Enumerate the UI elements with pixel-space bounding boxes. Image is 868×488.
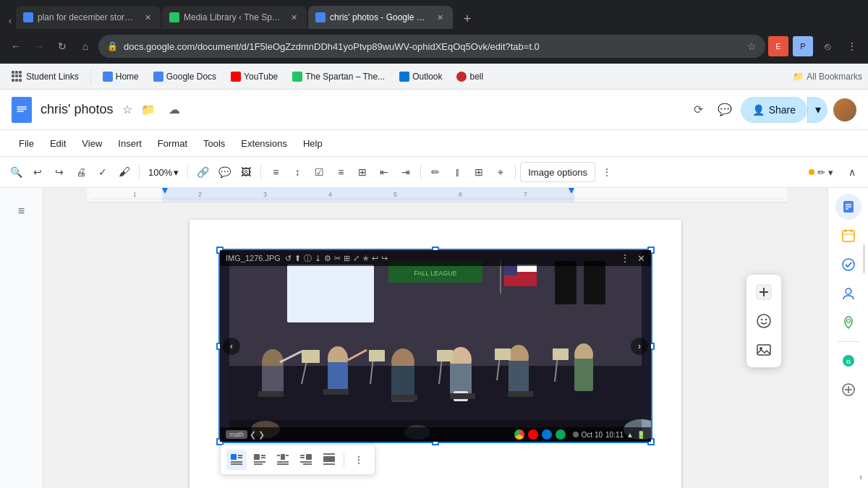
bookmark-star-icon[interactable]: ☆ <box>747 40 757 52</box>
toolbar-table-button[interactable]: ⊞ <box>469 162 489 182</box>
float-add-button[interactable] <box>751 279 777 305</box>
float-image-button[interactable] <box>751 337 777 363</box>
align-wrap-right-button[interactable] <box>296 450 316 470</box>
toolbar-search-button[interactable]: 🔍 <box>6 162 26 182</box>
extensions-icon[interactable]: E <box>768 36 788 56</box>
sidebar-right-docs-icon[interactable] <box>835 194 861 220</box>
menu-file[interactable]: File <box>12 135 41 152</box>
image-menu-button[interactable]: ⋮ <box>620 252 630 264</box>
sidebar-right-calendar-icon[interactable] <box>835 223 861 249</box>
image-nav-left-button[interactable]: ‹ <box>223 338 240 355</box>
toolbar-spellcheck-button[interactable]: ✓ <box>93 162 113 182</box>
tab-scroll-left[interactable]: ‹ <box>4 13 16 29</box>
bookmark-youtube[interactable]: YouTube <box>225 69 284 85</box>
align-more-button[interactable]: ⋮ <box>349 450 369 470</box>
menu-view[interactable]: View <box>75 135 109 152</box>
toolbar-indent-increase-button[interactable]: ⇥ <box>396 162 416 182</box>
toolbar-numberedlist-button[interactable]: ⊞ <box>352 162 373 182</box>
tab-3[interactable]: chris' photos - Google Docs ✕ <box>308 6 453 29</box>
bookmark-home[interactable]: Home <box>97 69 145 85</box>
share-page-icon[interactable]: ⎋ <box>817 36 838 56</box>
forward-button[interactable]: → <box>29 36 49 56</box>
sidebar-right-maps-icon[interactable] <box>835 309 861 335</box>
toolbar-undo-button[interactable]: ↩ <box>27 162 48 182</box>
new-tab-button[interactable]: + <box>457 9 477 29</box>
comments-button[interactable]: 💬 <box>715 100 735 120</box>
bookmark-bell[interactable]: bell <box>451 69 489 85</box>
image-redo-icon[interactable]: ↪ <box>381 254 388 263</box>
align-wrap-left-button[interactable] <box>250 450 270 470</box>
doc-canvas-area[interactable]: 1 2 3 4 5 6 7 <box>43 188 827 488</box>
tab-1-close[interactable]: ✕ <box>142 12 153 23</box>
menu-help[interactable]: Help <box>296 135 330 152</box>
home-button[interactable]: ⌂ <box>75 36 95 56</box>
toolbar-indent-decrease-button[interactable]: ⇤ <box>374 162 394 182</box>
toolbar-bulletlist-button[interactable]: ≡ <box>331 162 351 182</box>
image-share-icon[interactable]: ⬆ <box>294 254 301 263</box>
image-options-button[interactable]: Image options <box>520 162 595 182</box>
image-info-icon[interactable]: ⓘ <box>304 253 312 264</box>
align-full-break-button[interactable] <box>319 450 339 470</box>
image-layers-icon[interactable]: ⊞ <box>344 254 350 263</box>
image-settings-icon[interactable]: ⚙ <box>324 254 331 263</box>
toolbar-more-button[interactable]: ⋮ <box>597 162 617 182</box>
toolbar-paintformat-button[interactable]: 🖌 <box>114 162 135 182</box>
image-fullscreen-icon[interactable]: ⤢ <box>353 254 359 263</box>
docs-cloud-icon[interactable]: ☁ <box>164 100 184 120</box>
image-container[interactable]: IMG_1276.JPG ↺ ⬆ ⓘ ⤓ ⚙ ✂ ⊞ ⤢ ✭ <box>218 249 652 443</box>
toolbar-redo-button[interactable]: ↪ <box>49 162 69 182</box>
image-nav-right-button[interactable]: › <box>631 338 648 355</box>
menu-edit[interactable]: Edit <box>43 135 73 152</box>
image-star-icon[interactable]: ✭ <box>362 254 369 263</box>
menu-extensions[interactable]: Extensions <box>234 135 294 152</box>
sidebar-expand-button[interactable]: › <box>859 472 862 482</box>
menu-format[interactable]: Format <box>150 135 195 152</box>
share-dropdown-button[interactable]: ▾ <box>807 97 827 123</box>
toolbar-print-button[interactable]: 🖨 <box>71 162 91 182</box>
image-crop-icon[interactable]: ✂ <box>334 254 341 263</box>
back-button[interactable]: ← <box>6 36 26 56</box>
reload-button[interactable]: ↻ <box>52 36 72 56</box>
image-prev-button[interactable]: ❮ <box>250 430 256 440</box>
share-button[interactable]: 👤 Share <box>741 97 807 123</box>
docs-folder-icon[interactable]: 📁 <box>138 100 158 120</box>
docs-star-button[interactable]: ☆ <box>122 103 132 116</box>
bookmark-spartan[interactable]: The Spartan – The... <box>286 69 391 85</box>
image-rotate-icon[interactable]: ↺ <box>285 254 292 263</box>
sidebar-right-tasks-icon[interactable] <box>835 252 861 278</box>
sidebar-right-grammarly-icon[interactable]: G <box>835 348 861 374</box>
toolbar-zoom-control[interactable]: 100% ▾ <box>144 162 183 182</box>
more-menu-icon[interactable]: ⋮ <box>842 36 862 56</box>
toolbar-collapse-button[interactable]: ∧ <box>842 162 862 182</box>
float-emoji-button[interactable] <box>751 308 777 334</box>
history-button[interactable]: ⟳ <box>689 100 709 120</box>
align-inline-button[interactable] <box>226 450 247 470</box>
toolbar-align-button[interactable]: ≡ <box>265 162 286 182</box>
menu-insert[interactable]: Insert <box>111 135 149 152</box>
toolbar-columns-button[interactable]: ⫿ <box>447 162 467 182</box>
image-download-icon[interactable]: ⤓ <box>315 254 321 263</box>
bookmark-outlook[interactable]: Outlook <box>393 69 448 85</box>
toolbar-format-button[interactable]: ✏ <box>425 162 446 182</box>
toolbar-crop-button[interactable]: ⌖ <box>490 162 511 182</box>
image-close-button[interactable]: ✕ <box>637 253 645 264</box>
sidebar-outline-icon[interactable]: ≡ <box>10 200 33 223</box>
align-break-text-button[interactable] <box>273 450 293 470</box>
toolbar-linespacing-button[interactable]: ↕ <box>287 162 307 182</box>
sidebar-right-contacts-icon[interactable] <box>835 281 861 307</box>
all-bookmarks[interactable]: 📁 All Bookmarks <box>793 72 862 82</box>
toolbar-checklist-button[interactable]: ☑ <box>309 162 329 182</box>
bookmark-student-links[interactable]: Student Links <box>6 68 85 85</box>
tab-2-close[interactable]: ✕ <box>288 12 299 23</box>
user-avatar[interactable] <box>833 98 856 121</box>
profile-icon[interactable]: P <box>793 36 813 56</box>
sidebar-right-add-icon[interactable] <box>835 377 861 403</box>
toolbar-image-button[interactable]: 🖼 <box>236 162 256 182</box>
url-bar[interactable]: 🔒 docs.google.com/document/d/1F5leOgZzdm… <box>98 35 765 58</box>
tab-1[interactable]: plan for december story - Goog... ✕ <box>16 6 161 29</box>
image-next-button[interactable]: ❯ <box>258 430 265 440</box>
tab-2[interactable]: Media Library ‹ The Spartan –... ✕ <box>162 6 307 29</box>
toolbar-pencil-mode-button[interactable]: ✏ ▾ <box>803 164 839 181</box>
toolbar-comment-button[interactable]: 💬 <box>214 162 234 182</box>
menu-tools[interactable]: Tools <box>196 135 232 152</box>
